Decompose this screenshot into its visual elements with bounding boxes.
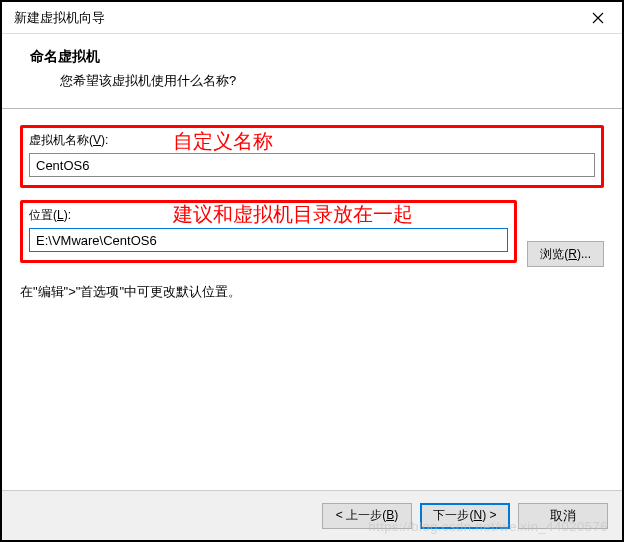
vm-name-input[interactable]: [29, 153, 595, 177]
wizard-header: 命名虚拟机 您希望该虚拟机使用什么名称?: [2, 34, 622, 109]
close-icon: [592, 12, 604, 24]
page-subtitle: 您希望该虚拟机使用什么名称?: [30, 72, 602, 90]
back-button[interactable]: < 上一步(B): [322, 503, 412, 529]
vm-name-group: 虚拟机名称(V): 自定义名称: [20, 125, 604, 188]
close-button[interactable]: [578, 4, 618, 32]
browse-button[interactable]: 浏览(R)...: [527, 241, 604, 267]
default-location-hint: 在"编辑">"首选项"中可更改默认位置。: [20, 283, 604, 301]
annotation-location: 建议和虚拟机目录放在一起: [173, 201, 413, 228]
window-title: 新建虚拟机向导: [14, 9, 105, 27]
content-area: 虚拟机名称(V): 自定义名称 位置(L): 建议和虚拟机目录放在一起 浏览(R…: [2, 109, 622, 307]
titlebar: 新建虚拟机向导: [2, 2, 622, 34]
vm-location-group: 位置(L): 建议和虚拟机目录放在一起: [20, 200, 517, 263]
page-title: 命名虚拟机: [30, 48, 602, 66]
wizard-footer: < 上一步(B) 下一步(N) > 取消: [2, 490, 622, 540]
vm-name-label: 虚拟机名称(V):: [29, 132, 595, 149]
cancel-button[interactable]: 取消: [518, 503, 608, 529]
annotation-name: 自定义名称: [173, 128, 273, 155]
location-row: 位置(L): 建议和虚拟机目录放在一起 浏览(R)...: [20, 200, 604, 275]
next-button[interactable]: 下一步(N) >: [420, 503, 510, 529]
vm-location-input[interactable]: [29, 228, 508, 252]
